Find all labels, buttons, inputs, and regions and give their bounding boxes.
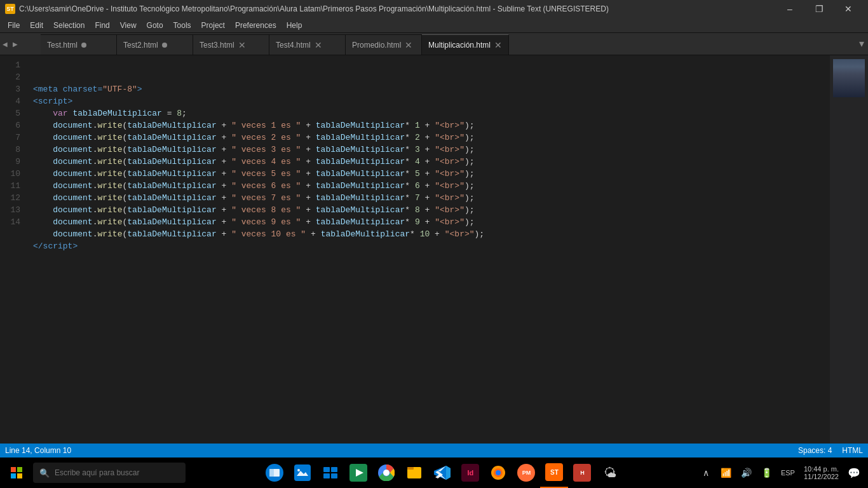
- code-line: document.write(tablaDeMultiplicar + " ve…: [33, 204, 830, 216]
- svg-rect-1: [17, 467, 22, 472]
- menu-view[interactable]: View: [115, 18, 142, 33]
- clock[interactable]: 10:44 p. m. 11/12/2022: [800, 458, 843, 488]
- tab-close-button[interactable]: ✕: [405, 41, 412, 50]
- taskbar-app-chrome[interactable]: [372, 458, 400, 488]
- code-line: var tablaDeMultiplicar = 8;: [33, 107, 830, 119]
- title-bar: ST C:\Users\samir\OneDrive - Instituto T…: [0, 0, 868, 18]
- wifi-icon[interactable]: 📶: [717, 458, 735, 488]
- tab-promedio-html[interactable]: Promedio.html ✕: [346, 34, 422, 55]
- language-indicator[interactable]: ESP: [778, 469, 797, 477]
- taskbar-app-sublime[interactable]: ST: [540, 458, 568, 488]
- tab-label: Test.html: [47, 41, 78, 50]
- taskbar-search-box[interactable]: 🔍: [33, 463, 186, 483]
- start-button[interactable]: [3, 458, 31, 488]
- maximize-button[interactable]: ❐: [804, 0, 834, 18]
- tab-modified-dot: [81, 43, 86, 48]
- battery-icon[interactable]: 🔋: [758, 458, 776, 488]
- firefox-icon: [489, 464, 507, 482]
- app-icon: ST: [5, 4, 15, 14]
- heidi-icon: H: [573, 464, 591, 482]
- date-display: 11/12/2022: [804, 473, 839, 480]
- taskbar-app-explorer[interactable]: [261, 458, 288, 488]
- menu-goto[interactable]: Goto: [142, 18, 168, 33]
- code-line: document.write(tablaDeMultiplicar + " ve…: [33, 132, 830, 144]
- tab-close-button[interactable]: ✕: [238, 41, 246, 50]
- menu-find[interactable]: Find: [90, 18, 114, 33]
- svg-rect-5: [269, 469, 274, 477]
- taskbar-app-vscode[interactable]: [428, 458, 456, 488]
- status-spaces[interactable]: Spaces: 4: [798, 446, 832, 455]
- tab-label: Multiplicación.html: [428, 41, 491, 50]
- menu-file[interactable]: File: [3, 18, 25, 33]
- taskbar-app-weather[interactable]: 🌤: [596, 458, 624, 488]
- expand-taskbar-icon[interactable]: ∧: [697, 458, 715, 488]
- code-area[interactable]: <meta charset="UTF-8"><script> var tabla…: [27, 55, 830, 444]
- menu-selection[interactable]: Selection: [48, 18, 90, 33]
- tab-test3-html[interactable]: Test3.html ✕: [193, 34, 269, 55]
- taskbar-app-photos[interactable]: [288, 458, 316, 488]
- tab-label: Test3.html: [200, 41, 234, 50]
- taskbar-app-postman[interactable]: PM: [512, 458, 540, 488]
- tab-multiplicacion-html[interactable]: Multiplicación.html ✕: [422, 34, 509, 55]
- tab-label: Test4.html: [276, 41, 311, 50]
- svg-rect-9: [331, 467, 337, 472]
- taskbar-app-heidi[interactable]: H: [568, 458, 596, 488]
- svg-rect-8: [323, 467, 330, 472]
- menu-preferences[interactable]: Preferences: [230, 18, 281, 33]
- svg-rect-0: [11, 467, 16, 472]
- tab-modified-dot: [162, 43, 167, 48]
- editor: 1 2 3 4 5 6 7 8 9 10 11 12 13 14 <meta c…: [0, 55, 868, 444]
- close-button[interactable]: ✕: [834, 0, 863, 18]
- code-line: document.write(tablaDeMultiplicar + " ve…: [33, 228, 830, 240]
- menu-project[interactable]: Project: [196, 18, 230, 33]
- menu-help[interactable]: Help: [281, 18, 308, 33]
- sublime-icon: ST: [545, 463, 563, 481]
- taskbar-app-taskview[interactable]: [316, 458, 344, 488]
- status-right: Spaces: 4 HTML: [798, 446, 863, 455]
- time-display: 10:44 p. m.: [804, 465, 839, 473]
- taskbar-apps: Id PM ST H: [188, 458, 697, 488]
- postman-icon: PM: [517, 464, 535, 482]
- menu-edit[interactable]: Edit: [25, 18, 48, 33]
- photos-icon: [294, 464, 311, 482]
- code-line: <meta charset="UTF-8">: [33, 83, 830, 95]
- taskview-icon: [322, 464, 339, 482]
- chrome-icon: [377, 464, 395, 482]
- minimize-button[interactable]: –: [775, 0, 804, 18]
- tab-dropdown-button[interactable]: ▾: [855, 32, 868, 55]
- volume-icon[interactable]: 🔊: [738, 458, 756, 488]
- code-line: document.write(tablaDeMultiplicar + " ve…: [33, 192, 830, 204]
- taskbar: 🔍: [0, 458, 868, 488]
- tab-test2-html[interactable]: Test2.html: [117, 34, 193, 55]
- indesign-icon: Id: [461, 464, 479, 482]
- svg-rect-2: [11, 473, 16, 478]
- svg-rect-17: [407, 467, 414, 470]
- tab-label: Promedio.html: [352, 41, 401, 50]
- taskbar-app-indesign[interactable]: Id: [456, 458, 484, 488]
- tab-test-html[interactable]: Test.html: [41, 34, 117, 55]
- minimap-visual: [833, 59, 865, 97]
- taskbar-search-input[interactable]: [55, 468, 179, 477]
- tab-close-button[interactable]: ✕: [315, 41, 322, 50]
- taskbar-right: ∧ 📶 🔊 🔋 ESP 10:44 p. m. 11/12/2022 💬: [697, 458, 865, 488]
- tab-test4-html[interactable]: Test4.html ✕: [269, 34, 346, 55]
- tab-nav-left[interactable]: ◀: [0, 33, 10, 55]
- status-language[interactable]: HTML: [842, 446, 863, 455]
- tab-nav-right[interactable]: ▶: [10, 33, 20, 55]
- tab-close-button[interactable]: ✕: [494, 41, 502, 50]
- code-line: document.write(tablaDeMultiplicar + " ve…: [33, 119, 830, 132]
- code-line: </script>: [33, 240, 830, 252]
- taskbar-app-firefox[interactable]: [484, 458, 512, 488]
- notification-button[interactable]: 💬: [845, 458, 863, 488]
- window-controls: – ❐ ✕: [775, 0, 863, 18]
- status-position[interactable]: Line 14, Column 10: [5, 446, 71, 455]
- code-line: document.write(tablaDeMultiplicar + " ve…: [33, 180, 830, 192]
- vscode-icon: [433, 464, 451, 482]
- svg-rect-11: [331, 473, 337, 478]
- taskbar-app-files[interactable]: [400, 458, 428, 488]
- menu-tools[interactable]: Tools: [168, 18, 196, 33]
- tab-label: Test2.html: [123, 41, 158, 50]
- taskbar-app-media[interactable]: [344, 458, 372, 488]
- line-numbers: 1 2 3 4 5 6 7 8 9 10 11 12 13 14: [0, 55, 27, 444]
- code-line: <script>: [33, 95, 830, 107]
